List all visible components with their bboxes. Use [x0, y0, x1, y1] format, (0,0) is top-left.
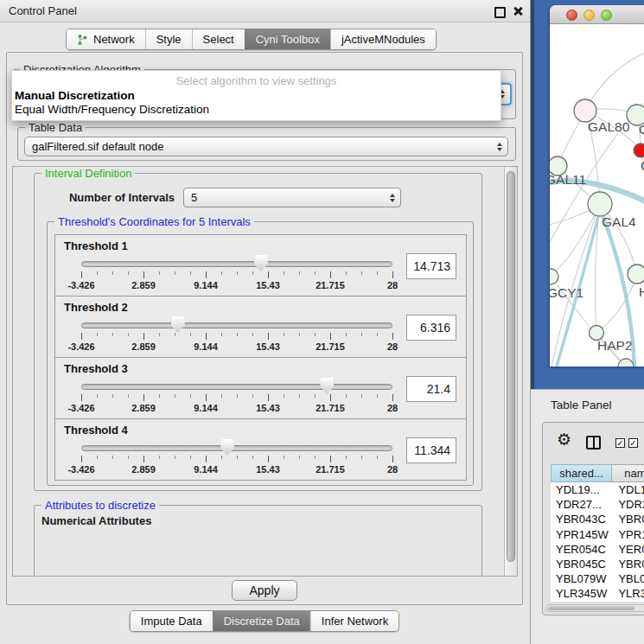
network-view-window[interactable]: GAL80 G C GAL11 GAL4 GCY1 H HAP2 [550, 5, 644, 367]
column-header-name[interactable]: name [612, 464, 644, 482]
column-header-shared[interactable]: shared... [551, 464, 612, 482]
tick-label: 21.715 [316, 464, 345, 475]
network-window-titlebar[interactable] [550, 5, 644, 24]
table-row[interactable]: YDR27...YDR2 [551, 497, 644, 512]
close-icon[interactable] [513, 6, 523, 16]
tab-network[interactable]: Network [67, 29, 145, 49]
slider-thumb[interactable] [220, 439, 234, 456]
threshold-value-field[interactable]: 6.316 [406, 315, 456, 341]
minimize-traffic-light-icon[interactable] [583, 10, 595, 21]
cell-shared-name[interactable]: YLR345W [551, 586, 611, 601]
control-panel-window: Control Panel Network Style Select Cyni … [0, 0, 531, 644]
split-columns-icon[interactable] [586, 436, 601, 450]
checkbox-icon[interactable]: ✓ [628, 438, 638, 448]
slider-thumb[interactable] [320, 378, 334, 394]
node-label-gcy1: GCY1 [550, 285, 583, 300]
table-row[interactable]: YBL079WYBL0 [551, 571, 644, 586]
table-row[interactable]: YBR043CYBR0 [551, 512, 644, 526]
threshold-label: Threshold 3 [64, 362, 128, 375]
node-gal4[interactable] [588, 192, 612, 216]
cell-name[interactable]: YBR0 [611, 557, 644, 571]
apply-button[interactable]: Apply [232, 580, 297, 601]
threshold-value-field[interactable]: 21.4 [406, 376, 456, 402]
node-label-hap2: HAP2 [597, 338, 633, 353]
tick-label: 2.859 [131, 280, 156, 290]
cell-shared-name[interactable]: YDR27... [551, 497, 611, 512]
tab-select[interactable]: Select [192, 29, 245, 49]
cell-name[interactable]: YPR1 [611, 527, 644, 542]
slider-track[interactable] [81, 445, 392, 451]
slider-thumb[interactable] [254, 255, 268, 271]
node-h[interactable] [628, 265, 644, 284]
zoom-traffic-light-icon[interactable] [601, 10, 612, 21]
tab-discretize-data[interactable]: Discretize Data [213, 611, 310, 631]
network-canvas[interactable]: GAL80 G C GAL11 GAL4 GCY1 H HAP2 [550, 24, 644, 367]
cell-name[interactable]: YBR0 [611, 512, 644, 526]
table-row[interactable]: YLR345WYLR3 [551, 586, 644, 601]
settings-vertical-scrollbar[interactable] [504, 167, 517, 576]
cell-name[interactable]: YBL0 [611, 571, 644, 586]
control-panel-titlebar: Control Panel [0, 0, 530, 22]
tick-label: 9.144 [194, 341, 218, 352]
node-gcy1[interactable] [550, 269, 558, 284]
tick-label: 2.859 [131, 464, 156, 475]
tab-impute-data[interactable]: Impute Data [131, 611, 213, 631]
table-row[interactable]: YPR145WYPR1 [551, 527, 644, 542]
cell-name[interactable]: YDR2 [611, 497, 644, 512]
thresholds-group: Threshold's Coordinates for 5 Intervals … [47, 221, 474, 486]
table-row[interactable]: YDL19...YDL1 [551, 482, 644, 497]
tab-label: Discretize Data [224, 611, 300, 631]
threshold-value-field[interactable]: 11.344 [406, 437, 456, 463]
cell-shared-name[interactable]: YBR043C [551, 512, 611, 526]
table-row[interactable]: YIL052CYIL0 [551, 602, 644, 603]
cell-name[interactable]: YIL0 [611, 602, 644, 603]
tab-cyni-toolbox[interactable]: Cyni Toolbox [245, 29, 330, 49]
dropdown-option-equal-width-frequency[interactable]: Equal Width/Frequency Discretization [15, 103, 209, 116]
table-panel-subwindow: ⚙ ✓ ✓ shared... name YDL19...YDL1YDR27..… [542, 422, 644, 615]
checkbox-icon[interactable]: ✓ [615, 438, 625, 448]
table-header: shared... name [551, 464, 644, 482]
cell-name[interactable]: YER0 [611, 542, 644, 557]
tick-label: 9.144 [194, 280, 218, 290]
node-label-partial: C [641, 158, 644, 173]
slider-thumb[interactable] [171, 316, 185, 333]
node-red[interactable] [634, 143, 644, 157]
cell-shared-name[interactable]: YDL19... [551, 482, 611, 497]
float-window-icon[interactable] [494, 7, 506, 18]
combo-value: galFiltered.sif default node [25, 140, 163, 153]
table-row[interactable]: YBR045CYBR0 [551, 557, 644, 571]
tick-label: 2.859 [131, 341, 156, 352]
tick-label: 15.43 [256, 280, 280, 290]
cell-name[interactable]: YDL1 [611, 482, 644, 497]
node-label-partial: H [639, 284, 644, 299]
threshold-value-field[interactable]: 14.713 [406, 253, 456, 279]
tab-label: Style [156, 29, 182, 49]
dropdown-option-manual-discretization[interactable]: Manual Discretization [15, 89, 135, 102]
slider-track[interactable] [81, 261, 392, 267]
node-label-gal4: GAL4 [602, 214, 636, 229]
slider-track[interactable] [81, 322, 392, 328]
scrollbar-thumb[interactable] [507, 171, 515, 562]
cell-name[interactable]: YLR3 [611, 586, 644, 601]
cell-shared-name[interactable]: YBL079W [551, 571, 611, 586]
tick-label: 15.43 [256, 341, 280, 352]
cell-shared-name[interactable]: YPR145W [551, 527, 611, 542]
table-data-combobox[interactable]: galFiltered.sif default node [24, 137, 508, 156]
table-horizontal-scrollbar[interactable] [545, 604, 644, 612]
cell-shared-name[interactable]: YIL052C [551, 602, 611, 603]
table-row[interactable]: YER054CYER0 [551, 542, 644, 557]
network-icon [77, 34, 88, 46]
tab-jactivemnodules[interactable]: jActiveMNodules [330, 29, 436, 49]
cell-shared-name[interactable]: YER054C [551, 542, 611, 557]
tick-label: 21.715 [316, 341, 345, 352]
close-traffic-light-icon[interactable] [566, 10, 577, 21]
slider-track[interactable] [81, 384, 392, 390]
tab-infer-network[interactable]: Infer Network [310, 611, 399, 631]
node-label-gal11: GAL11 [550, 172, 586, 187]
tab-style[interactable]: Style [145, 29, 192, 49]
scrollbar-thumb[interactable] [548, 606, 634, 610]
gear-icon[interactable]: ⚙ [557, 430, 571, 450]
number-of-intervals-combobox[interactable]: 5 [183, 188, 401, 207]
table-body: YDL19...YDL1YDR27...YDR2YBR043CYBR0YPR14… [551, 482, 644, 602]
cell-shared-name[interactable]: YBR045C [551, 557, 611, 571]
